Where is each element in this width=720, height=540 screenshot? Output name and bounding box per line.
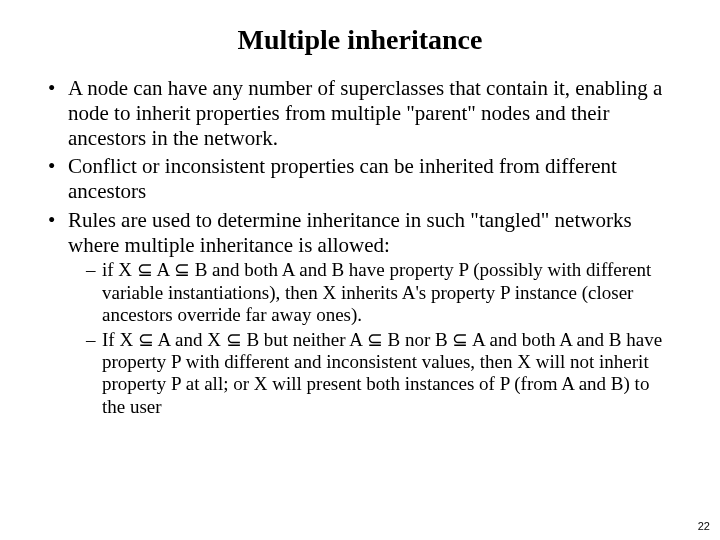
bullet-item: Conflict or inconsistent properties can … xyxy=(48,154,672,204)
bullet-text: Rules are used to determine inheritance … xyxy=(68,208,632,257)
bullet-item: Rules are used to determine inheritance … xyxy=(48,208,672,418)
slide: Multiple inheritance A node can have any… xyxy=(0,0,720,540)
slide-title: Multiple inheritance xyxy=(0,0,720,68)
sub-bullet-list: if X ⊆ A ⊆ B and both A and B have prope… xyxy=(68,259,672,418)
bullet-text: A node can have any number of superclass… xyxy=(68,76,662,150)
sub-bullet-item: if X ⊆ A ⊆ B and both A and B have prope… xyxy=(86,259,672,326)
sub-bullet-item: If X ⊆ A and X ⊆ B but neither A ⊆ B nor… xyxy=(86,329,672,419)
slide-body: A node can have any number of superclass… xyxy=(0,68,720,418)
sub-bullet-text: If X ⊆ A and X ⊆ B but neither A ⊆ B nor… xyxy=(102,329,662,417)
sub-bullet-text: if X ⊆ A ⊆ B and both A and B have prope… xyxy=(102,259,651,325)
bullet-item: A node can have any number of superclass… xyxy=(48,76,672,150)
page-number: 22 xyxy=(698,520,710,532)
bullet-text: Conflict or inconsistent properties can … xyxy=(68,154,617,203)
bullet-list: A node can have any number of superclass… xyxy=(48,76,672,418)
